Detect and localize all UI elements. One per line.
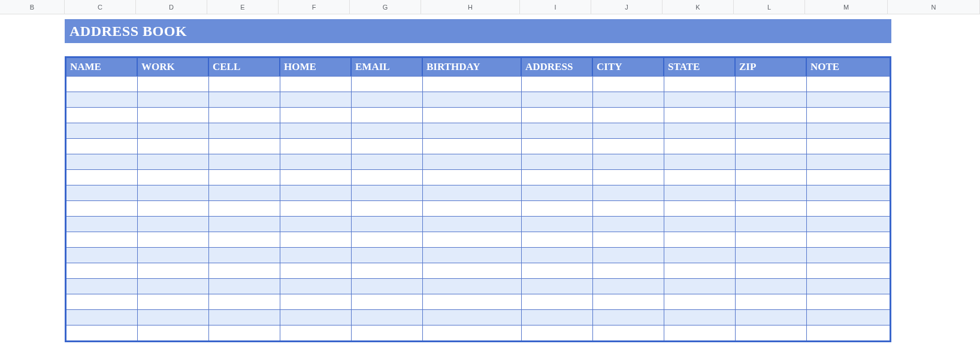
table-cell[interactable] bbox=[807, 232, 890, 247]
table-header-cell[interactable]: HOME bbox=[280, 58, 352, 76]
table-cell[interactable] bbox=[423, 138, 522, 154]
table-cell[interactable] bbox=[736, 200, 807, 216]
table-cell[interactable] bbox=[423, 309, 522, 325]
table-cell[interactable] bbox=[807, 216, 890, 232]
table-cell[interactable] bbox=[736, 123, 807, 138]
table-cell[interactable] bbox=[138, 76, 209, 92]
table-cell[interactable] bbox=[807, 200, 890, 216]
table-cell[interactable] bbox=[209, 278, 280, 294]
table-cell[interactable] bbox=[138, 232, 209, 247]
table-cell[interactable] bbox=[423, 294, 522, 309]
table-cell[interactable] bbox=[352, 123, 423, 138]
table-cell[interactable] bbox=[593, 200, 664, 216]
table-cell[interactable] bbox=[209, 154, 280, 169]
table-cell[interactable] bbox=[280, 76, 352, 92]
table-cell[interactable] bbox=[209, 76, 280, 92]
table-header-cell[interactable]: EMAIL bbox=[352, 58, 423, 76]
table-cell[interactable] bbox=[593, 154, 664, 169]
table-cell[interactable] bbox=[664, 294, 736, 309]
table-cell[interactable] bbox=[807, 123, 890, 138]
table-cell[interactable] bbox=[736, 92, 807, 107]
table-cell[interactable] bbox=[66, 232, 138, 247]
table-cell[interactable] bbox=[138, 138, 209, 154]
table-cell[interactable] bbox=[593, 123, 664, 138]
table-cell[interactable] bbox=[522, 169, 593, 185]
table-cell[interactable] bbox=[138, 247, 209, 263]
table-cell[interactable] bbox=[352, 185, 423, 200]
table-cell[interactable] bbox=[736, 247, 807, 263]
table-cell[interactable] bbox=[66, 200, 138, 216]
table-cell[interactable] bbox=[664, 123, 736, 138]
table-cell[interactable] bbox=[664, 76, 736, 92]
table-cell[interactable] bbox=[352, 154, 423, 169]
table-cell[interactable] bbox=[280, 294, 352, 309]
table-cell[interactable] bbox=[66, 76, 138, 92]
table-cell[interactable] bbox=[66, 107, 138, 123]
table-cell[interactable] bbox=[423, 154, 522, 169]
table-cell[interactable] bbox=[664, 247, 736, 263]
table-cell[interactable] bbox=[280, 169, 352, 185]
table-cell[interactable] bbox=[352, 92, 423, 107]
table-cell[interactable] bbox=[593, 232, 664, 247]
table-cell[interactable] bbox=[280, 92, 352, 107]
table-cell[interactable] bbox=[209, 123, 280, 138]
table-cell[interactable] bbox=[66, 309, 138, 325]
table-cell[interactable] bbox=[807, 247, 890, 263]
table-cell[interactable] bbox=[736, 278, 807, 294]
table-cell[interactable] bbox=[280, 278, 352, 294]
table-cell[interactable] bbox=[66, 325, 138, 340]
table-cell[interactable] bbox=[138, 200, 209, 216]
table-cell[interactable] bbox=[807, 309, 890, 325]
table-cell[interactable] bbox=[280, 247, 352, 263]
column-header[interactable]: C bbox=[65, 0, 136, 14]
table-cell[interactable] bbox=[522, 107, 593, 123]
table-cell[interactable] bbox=[736, 138, 807, 154]
table-header-cell[interactable]: ADDRESS bbox=[522, 58, 593, 76]
table-cell[interactable] bbox=[593, 247, 664, 263]
table-cell[interactable] bbox=[593, 138, 664, 154]
table-cell[interactable] bbox=[423, 325, 522, 340]
table-cell[interactable] bbox=[352, 216, 423, 232]
table-cell[interactable] bbox=[209, 200, 280, 216]
table-cell[interactable] bbox=[280, 232, 352, 247]
table-cell[interactable] bbox=[280, 325, 352, 340]
table-cell[interactable] bbox=[807, 92, 890, 107]
table-cell[interactable] bbox=[209, 232, 280, 247]
table-cell[interactable] bbox=[209, 107, 280, 123]
table-cell[interactable] bbox=[736, 154, 807, 169]
table-cell[interactable] bbox=[522, 294, 593, 309]
table-cell[interactable] bbox=[522, 247, 593, 263]
table-cell[interactable] bbox=[522, 185, 593, 200]
column-header[interactable]: D bbox=[136, 0, 207, 14]
table-header-cell[interactable]: WORK bbox=[138, 58, 209, 76]
table-cell[interactable] bbox=[736, 309, 807, 325]
table-cell[interactable] bbox=[209, 138, 280, 154]
table-cell[interactable] bbox=[423, 76, 522, 92]
table-cell[interactable] bbox=[423, 247, 522, 263]
table-header-cell[interactable]: CELL bbox=[209, 58, 280, 76]
column-header[interactable]: N bbox=[888, 0, 980, 14]
table-cell[interactable] bbox=[138, 92, 209, 107]
table-cell[interactable] bbox=[352, 138, 423, 154]
table-cell[interactable] bbox=[522, 309, 593, 325]
table-cell[interactable] bbox=[522, 216, 593, 232]
table-cell[interactable] bbox=[423, 185, 522, 200]
table-cell[interactable] bbox=[736, 185, 807, 200]
table-cell[interactable] bbox=[522, 263, 593, 278]
column-header[interactable]: L bbox=[734, 0, 805, 14]
table-cell[interactable] bbox=[138, 185, 209, 200]
table-cell[interactable] bbox=[593, 92, 664, 107]
table-cell[interactable] bbox=[664, 107, 736, 123]
table-cell[interactable] bbox=[66, 92, 138, 107]
column-header[interactable]: E bbox=[207, 0, 279, 14]
table-cell[interactable] bbox=[593, 169, 664, 185]
table-cell[interactable] bbox=[522, 76, 593, 92]
table-cell[interactable] bbox=[807, 107, 890, 123]
column-header[interactable]: J bbox=[591, 0, 663, 14]
table-header-cell[interactable]: STATE bbox=[664, 58, 736, 76]
table-cell[interactable] bbox=[522, 232, 593, 247]
table-cell[interactable] bbox=[522, 278, 593, 294]
table-cell[interactable] bbox=[664, 232, 736, 247]
table-cell[interactable] bbox=[209, 325, 280, 340]
column-header[interactable]: H bbox=[421, 0, 520, 14]
